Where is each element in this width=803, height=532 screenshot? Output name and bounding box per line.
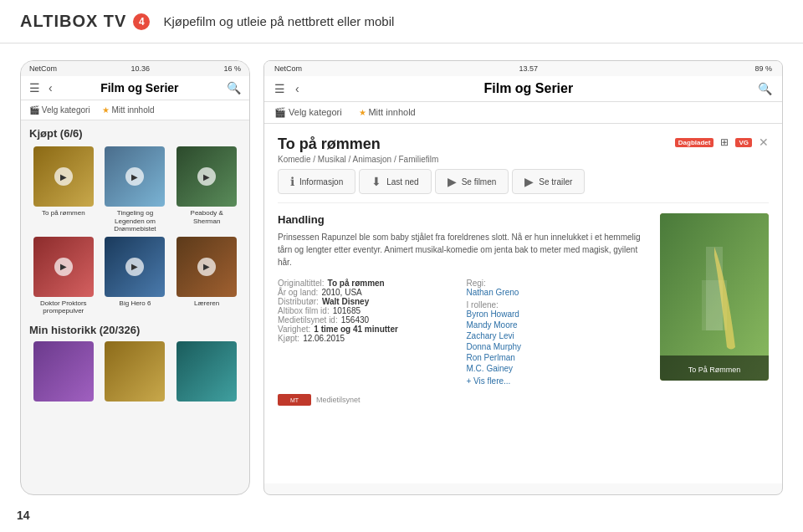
vis-flere-link[interactable]: + Vis flere... — [467, 376, 647, 386]
phone-velg-kategori[interactable]: 🎬 Velg kategori — [29, 105, 90, 115]
list-item[interactable]: ▶ Big Hero 6 — [101, 237, 170, 315]
star-icon: ★ — [102, 105, 110, 115]
dagbladet-badge: Dagbladet — [675, 138, 714, 147]
phone-nav-title: Film og Serier — [61, 81, 218, 95]
arland-value: 2010, USA — [321, 288, 361, 297]
medietilsynet-id-value: 156430 — [341, 315, 369, 325]
grid-icon: ⊞ — [720, 136, 729, 148]
altibox-label: Altibox film id: — [278, 306, 330, 315]
list-item[interactable] — [101, 341, 170, 402]
play-icon: ▶ — [448, 175, 457, 188]
varighet-value: 1 time og 41 minutter — [314, 325, 398, 334]
play-icon: ▶ — [54, 258, 73, 276]
kjopt-section-title: Kjøpt (6/6) — [21, 120, 249, 143]
hamburger-icon[interactable]: ☰ — [274, 82, 285, 95]
phone-status-bar: NetCom 10.36 16 % — [21, 61, 249, 76]
meta-row-altibox: Altibox film id: 101685 — [278, 306, 458, 315]
star-icon: ★ — [359, 108, 369, 117]
meta-block-right: Regi: Nathan Greno I rollene: Byron Howa… — [467, 279, 647, 386]
logo-badge: 4 — [133, 13, 150, 30]
kjopt-label: Kjøpt: — [278, 334, 299, 343]
back-icon[interactable]: ‹ — [295, 82, 299, 95]
i-rollene-label-row: I rollene: — [467, 300, 647, 309]
phone-carrier: NetCom — [29, 64, 57, 73]
meta-row-distributor: Distributør: Walt Disney — [278, 297, 458, 306]
kategori-icon: 🎬 — [274, 107, 289, 117]
vg-badge: VG — [735, 138, 752, 147]
phone-mitt-innhold[interactable]: ★ Mitt innhold — [102, 105, 155, 115]
varighet-label: Varighet: — [278, 325, 310, 334]
movie-label: Tingeling og Legenden om Drømmebistet — [105, 209, 165, 233]
tablet-time: 13.57 — [519, 64, 538, 73]
cast-name-3[interactable]: Zachary Levi — [467, 331, 647, 340]
play-icon: ▶ — [54, 167, 73, 186]
movie-header: To på rømmen Komedie / Musikal / Animasj… — [278, 136, 769, 164]
list-item[interactable]: ▶ Læreren — [172, 237, 241, 315]
cast-name-regi[interactable]: Nathan Greno — [467, 288, 647, 297]
kategori-icon: 🎬 — [29, 105, 39, 115]
header: ALTIBOX TV 4 Kjøpefilm og utleie på nett… — [0, 0, 803, 43]
cast-name-4[interactable]: Donna Murphy — [467, 342, 647, 351]
movie-thumbnail: ▶ — [176, 237, 237, 297]
tablet-velg-kategori[interactable]: 🎬 Velg kategori — [274, 107, 342, 118]
phone-mockup: NetCom 10.36 16 % ☰ ‹ Film og Serier 🔍 🎬… — [20, 60, 250, 495]
se-trailer-button[interactable]: ▶ Se trailer — [512, 169, 585, 194]
originaltittel-label: Originaltittel: — [278, 279, 325, 288]
back-icon[interactable]: ‹ — [49, 81, 53, 95]
list-item[interactable]: ▶ To på rømmen — [29, 146, 98, 233]
i-rollene-label: I rollene: — [467, 300, 499, 309]
meta-row-kjopt: Kjøpt: 12.06.2015 — [278, 334, 458, 343]
phone-time: 10.36 — [130, 64, 150, 73]
list-item[interactable] — [29, 341, 98, 402]
list-item[interactable] — [172, 341, 241, 402]
phone-battery: 16 % — [223, 64, 241, 73]
trailer-play-icon: ▶ — [524, 175, 534, 188]
informasjon-button[interactable]: ℹ Informasjon — [278, 169, 355, 194]
movie-title-block: To på rømmen Komedie / Musikal / Animasj… — [278, 136, 438, 164]
cast-name-1[interactable]: Byron Howard — [467, 309, 647, 319]
medietilsynet-text: Medietilsynet — [316, 396, 361, 404]
movie-label: Læreren — [194, 299, 219, 308]
search-icon[interactable]: 🔍 — [758, 82, 772, 95]
cast-name-2[interactable]: Mandy Moore — [467, 320, 647, 330]
list-item[interactable]: ▶ Peabody & Sherman — [172, 146, 241, 233]
tablet-carrier: NetCom — [274, 64, 302, 73]
tablet-mitt-innhold[interactable]: ★ Mitt innhold — [359, 107, 416, 118]
play-icon: ▶ — [125, 167, 144, 186]
search-icon[interactable]: 🔍 — [227, 81, 241, 95]
list-item[interactable]: ▶ Tingeling og Legenden om Drømmebistet — [101, 146, 170, 233]
kjopt-value: 12.06.2015 — [303, 334, 345, 343]
cast-name-6[interactable]: M.C. Gainey — [467, 364, 647, 373]
phone-nav: ☰ ‹ Film og Serier 🔍 — [21, 76, 249, 100]
movie-thumbnail — [33, 341, 94, 402]
play-icon: ▶ — [197, 167, 216, 186]
handling-title: Handling — [278, 213, 647, 226]
se-filmen-button[interactable]: ▶ Se filmen — [435, 169, 509, 194]
meta-row-arland: År og land: 2010, USA — [278, 288, 458, 297]
play-icon: ▶ — [125, 258, 144, 276]
hamburger-icon[interactable]: ☰ — [29, 81, 40, 95]
main-content: NetCom 10.36 16 % ☰ ‹ Film og Serier 🔍 🎬… — [0, 43, 803, 528]
movie-header-right: Dagbladet ⊞ VG ✕ — [675, 136, 769, 149]
tablet-content: To på rømmen Komedie / Musikal / Animasj… — [264, 124, 782, 483]
movie-thumbnail: ▶ — [33, 237, 94, 297]
distributor-label: Distributør: — [278, 297, 319, 306]
altibox-value: 101685 — [333, 306, 361, 315]
meta-row-medietilsynet: Medietilsynet id: 156430 — [278, 315, 458, 325]
svg-text:To På Rømmen: To På Rømmen — [688, 366, 741, 374]
play-icon: ▶ — [197, 258, 216, 276]
handling-text: Prinsessen Rapunzel ble som baby stjålet… — [278, 231, 647, 269]
close-button[interactable]: ✕ — [759, 136, 769, 149]
movie-label: Peabody & Sherman — [176, 209, 237, 225]
tablet-battery: 89 % — [754, 64, 772, 73]
tablet-nav-title: Film og Serier — [309, 81, 748, 96]
historikk-grid — [21, 338, 249, 405]
list-item[interactable]: ▶ Doktor Proktors prompepulver — [29, 237, 98, 315]
last-ned-button[interactable]: ⬇ Last ned — [359, 169, 431, 194]
cast-name-5[interactable]: Ron Perlman — [467, 353, 647, 362]
movie-genres: Komedie / Musikal / Animasjon / Familief… — [278, 155, 438, 164]
cast-column: Nathan Greno I rollene: Byron Howard Man… — [467, 288, 647, 386]
movie-info: Handling Prinsessen Rapunzel ble som bab… — [278, 213, 647, 406]
movie-title: To på rømmen — [278, 136, 438, 153]
historikk-section-title: Min historikk (20/326) — [21, 319, 249, 338]
